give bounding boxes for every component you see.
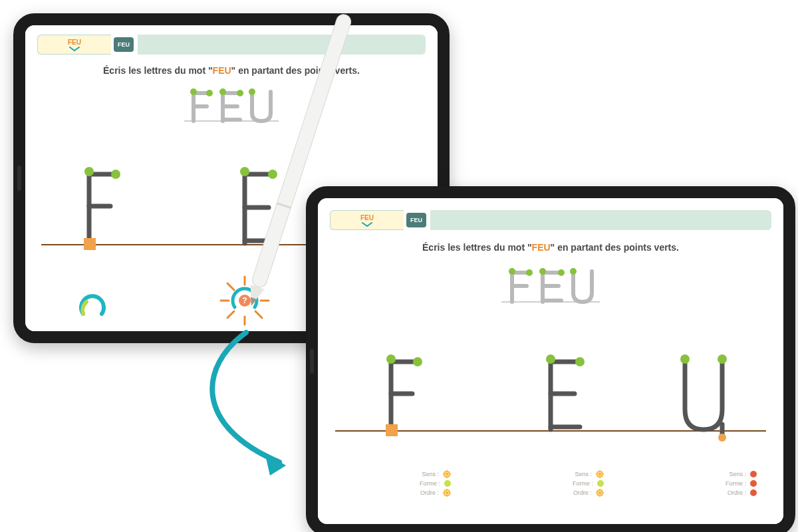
svg-point-9 [206,90,213,96]
topbar-background [138,35,426,55]
feedback-letter-e: Sens : Forme : Ordre : [517,469,604,497]
svg-marker-79 [265,452,286,475]
word-selector[interactable]: FEU [37,35,111,55]
svg-point-50 [539,268,546,275]
svg-point-64 [546,354,555,364]
svg-point-51 [558,269,565,276]
topbar-background [430,210,771,230]
svg-point-65 [575,357,585,366]
svg-point-11 [237,90,243,96]
svg-rect-17 [84,238,96,250]
reference-word [497,265,604,310]
word-selector-label: FEU [360,215,374,221]
svg-line-27 [255,283,262,290]
svg-point-52 [570,268,577,275]
question-mark-icon: ? [242,296,247,305]
svg-line-29 [255,311,262,318]
chevron-down-icon [68,47,80,52]
word-confirm-button[interactable]: FEU [406,213,426,227]
svg-point-8 [190,88,197,95]
svg-point-49 [526,269,533,276]
svg-point-18 [84,167,94,176]
camera-dot [17,166,21,191]
feedback-letter-f: Sens : Forme : Ordre : [364,469,451,497]
svg-line-31 [227,311,234,318]
feedback-letter-u: Sens : Forme : Ordre : [670,469,757,497]
writing-area[interactable] [318,344,783,460]
svg-point-48 [509,268,515,275]
svg-point-19 [111,170,120,179]
svg-point-69 [718,434,726,442]
reference-word [182,86,281,129]
hint-button[interactable]: ? [218,274,271,327]
word-selector-label: FEU [68,39,81,46]
chevron-down-icon [361,222,373,227]
camera-dot [310,348,314,374]
word-selector[interactable]: FEU [330,210,404,230]
instruction-text: Écris les lettres du mot "FEU" en partan… [25,65,438,76]
svg-point-12 [249,88,255,95]
svg-point-58 [386,354,396,364]
svg-rect-57 [386,424,398,436]
instruction-text: Écris les lettres du mot "FEU" en partan… [318,242,783,253]
svg-line-33 [227,283,234,290]
svg-point-67 [680,354,690,364]
tablet-after: FEU FEU Écris les lettres du mot "FEU" e… [306,186,795,532]
transition-arrow-icon [186,326,319,485]
svg-point-10 [219,88,226,95]
progress-arc-button[interactable] [77,291,108,322]
word-confirm-button[interactable]: FEU [114,37,134,52]
svg-point-68 [718,354,727,364]
topbar: FEU FEU [37,35,426,55]
svg-point-24 [240,167,249,176]
topbar: FEU FEU [330,210,771,230]
svg-point-59 [413,357,422,366]
svg-point-25 [268,170,277,179]
